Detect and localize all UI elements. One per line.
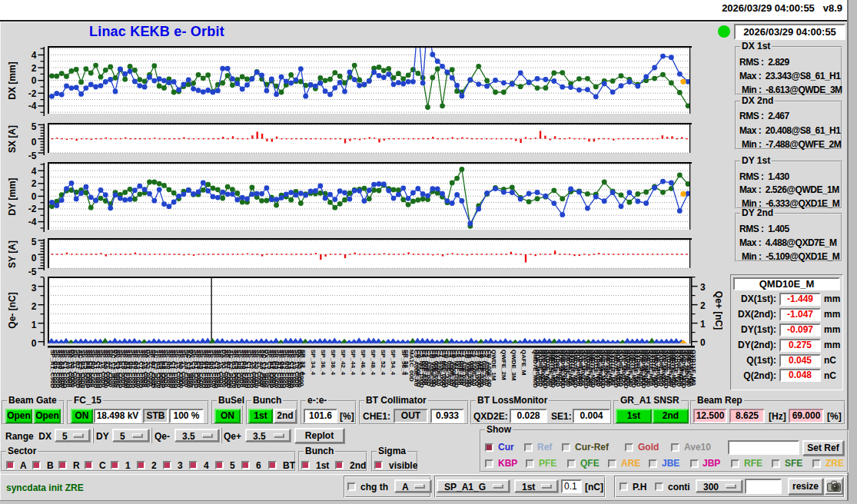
svg-text:QAFE_M: QAFE_M — [520, 350, 527, 376]
svg-text:0: 0 — [32, 338, 37, 349]
svg-text:SP_38_4: SP_38_4 — [330, 350, 337, 375]
svg-text:SP_52_4: SP_52_4 — [380, 350, 387, 375]
svg-text:QWDE_1M: QWDE_1M — [490, 350, 497, 381]
svg-text:5: 5 — [32, 237, 37, 247]
svg-text:0: 0 — [32, 137, 37, 148]
svg-text:-5: -5 — [28, 267, 37, 277]
svg-text:SP_32_4: SP_32_4 — [300, 350, 307, 375]
svg-text:3: 3 — [32, 283, 37, 293]
svg-text:QWFE_2M: QWFE_2M — [500, 350, 507, 380]
svg-text:SP_34_4: SP_34_4 — [310, 350, 317, 375]
svg-text:0: 0 — [32, 75, 37, 86]
svg-text:0: 0 — [32, 253, 37, 264]
svg-text:QXD11E_M0: QXD11E_M0 — [690, 350, 697, 386]
svg-text:2: 2 — [700, 300, 706, 311]
svg-text:4: 4 — [32, 50, 37, 61]
svg-text:Qe+ [nC]: Qe+ [nC] — [713, 291, 722, 330]
svg-text:SP_48_4: SP_48_4 — [370, 350, 377, 375]
svg-text:3: 3 — [700, 282, 706, 293]
svg-text:SP_46_4: SP_46_4 — [360, 350, 367, 375]
svg-text:SP_44_4: SP_44_4 — [350, 350, 357, 375]
svg-text:DX [mm]: DX [mm] — [7, 61, 18, 99]
svg-text:SP_36_4: SP_36_4 — [320, 350, 327, 375]
svg-text:-2: -2 — [28, 88, 37, 99]
svg-text:4: 4 — [32, 166, 37, 177]
svg-text:SP_42_4: SP_42_4 — [340, 350, 347, 375]
svg-text:1: 1 — [700, 319, 706, 330]
svg-text:-2: -2 — [28, 204, 37, 214]
svg-text:1: 1 — [32, 320, 37, 330]
svg-text:0: 0 — [32, 191, 37, 202]
svg-text:DY [mm]: DY [mm] — [7, 177, 18, 215]
svg-text:0: 0 — [700, 337, 706, 348]
svg-text:SY [A]: SY [A] — [7, 240, 18, 268]
svg-text:-4: -4 — [28, 101, 37, 111]
svg-text:-4: -4 — [28, 217, 37, 227]
svg-text:2: 2 — [32, 178, 37, 189]
svg-text:-5: -5 — [28, 151, 37, 161]
svg-text:2: 2 — [32, 301, 37, 312]
svg-text:2: 2 — [32, 63, 37, 74]
svg-text:QWDE_3M: QWDE_3M — [510, 350, 517, 381]
svg-text:SX [A]: SX [A] — [7, 125, 18, 153]
svg-text:5: 5 — [32, 121, 37, 132]
svg-text:SP_54_4: SP_54_4 — [390, 350, 397, 375]
svg-text:Qe- [nC]: Qe- [nC] — [7, 292, 18, 328]
